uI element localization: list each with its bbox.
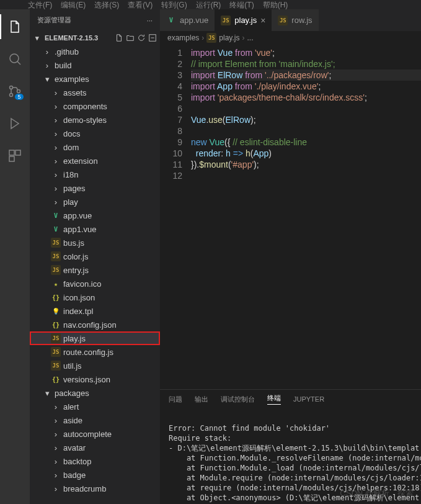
code-editor[interactable]: 123456789101112 import Vue from 'vue';//…	[160, 45, 421, 389]
menu-item[interactable]: 编辑(E)	[61, 0, 86, 9]
folder-item[interactable]: ›assets	[30, 86, 160, 99]
explorer-icon[interactable]	[0, 14, 30, 39]
folder-item[interactable]: ›docs	[30, 127, 160, 140]
refresh-icon[interactable]	[136, 33, 146, 43]
file-label: demo-styles	[63, 115, 107, 125]
file-item[interactable]: {}icon.json	[30, 290, 160, 304]
new-folder-icon[interactable]	[125, 33, 135, 43]
search-icon[interactable]	[0, 47, 30, 71]
file-label: badge	[63, 470, 86, 480]
breadcrumb-item[interactable]: examples	[167, 34, 199, 42]
panel-tab[interactable]: JUPYTER	[293, 395, 324, 403]
scm-icon[interactable]: 5	[0, 79, 30, 104]
file-label: icon.json	[63, 293, 95, 302]
chevron-right-icon: ›	[202, 34, 204, 42]
folder-item[interactable]: ›extension	[30, 154, 160, 168]
folder-item[interactable]: ›avatar	[30, 441, 160, 454]
svg-point-3	[17, 90, 20, 93]
run-icon[interactable]	[0, 111, 30, 136]
folder-item[interactable]: ›build	[30, 58, 160, 72]
file-item[interactable]: {}versions.json	[30, 372, 160, 386]
file-item[interactable]: JSentry.js	[30, 263, 160, 277]
sidebar-more-icon[interactable]: ···	[147, 17, 153, 24]
collapse-icon[interactable]	[148, 33, 157, 43]
sidebar-root[interactable]: ▾ ELEMENT-2.15.3	[30, 31, 160, 45]
chevron-right-icon: ›	[51, 197, 61, 207]
panel-tab[interactable]: 终端	[267, 394, 281, 405]
menu-item[interactable]: 查看(V)	[128, 0, 153, 9]
folder-item[interactable]: ›.github	[30, 45, 160, 58]
js-file-icon: JS	[51, 265, 61, 275]
file-label: backtop	[63, 457, 92, 466]
js-file-icon: JS	[51, 347, 61, 357]
editor-tab[interactable]: JSplay.js×	[215, 9, 272, 31]
chevron-down-icon: ▾	[42, 388, 52, 398]
file-label: index.tpl	[63, 307, 93, 316]
menu-item[interactable]: 帮助(H)	[263, 0, 288, 9]
extensions-icon[interactable]	[0, 143, 30, 168]
folder-item[interactable]: ▾examples	[30, 72, 160, 86]
chevron-right-icon: ›	[51, 115, 61, 125]
tab-label: play.js	[234, 16, 257, 25]
folder-item[interactable]: ›aside	[30, 413, 160, 427]
folder-item[interactable]: ›badge	[30, 468, 160, 482]
file-item[interactable]: JSutil.js	[30, 359, 160, 372]
file-item[interactable]: JSplay.js	[30, 331, 160, 345]
file-item[interactable]: JSroute.config.js	[30, 345, 160, 359]
root-label: ELEMENT-2.15.3	[45, 34, 98, 42]
folder-item[interactable]: ›backtop	[30, 454, 160, 468]
terminal-output[interactable]: Error: Cannot find module 'chokidar' Req…	[160, 408, 421, 504]
file-label: favicon.ico	[63, 279, 101, 289]
breadcrumb-item[interactable]: ...	[247, 34, 253, 42]
file-label: packages	[55, 389, 89, 398]
js-file-icon: JS	[278, 16, 288, 25]
js-file-icon: JS	[221, 16, 231, 25]
vue-file-icon: V	[51, 224, 61, 234]
breadcrumbs[interactable]: examples›JSplay.js›...	[160, 31, 421, 45]
chevron-right-icon: ›	[51, 429, 61, 439]
folder-item[interactable]: ›breadcrumb	[30, 482, 160, 495]
file-item[interactable]: ★favicon.ico	[30, 277, 160, 290]
file-label: avatar	[63, 443, 86, 452]
menu-item[interactable]: 运行(R)	[196, 0, 221, 9]
breadcrumb-item[interactable]: play.js	[219, 34, 239, 42]
js-file-icon: JS	[51, 251, 61, 261]
chevron-right-icon: ›	[51, 470, 61, 480]
panel-tab[interactable]: 调试控制台	[221, 395, 255, 404]
panel-tab[interactable]: 问题	[169, 395, 182, 404]
menu-item[interactable]: 选择(S)	[94, 0, 119, 9]
menu-item[interactable]: 终端(T)	[229, 0, 254, 9]
close-icon[interactable]: ×	[260, 16, 265, 25]
folder-item[interactable]: ›dom	[30, 140, 160, 154]
menu-item[interactable]: 转到(G)	[161, 0, 187, 9]
chevron-right-icon: ›	[51, 183, 61, 193]
file-item[interactable]: 💡index.tpl	[30, 304, 160, 318]
chevron-right-icon: ›	[42, 47, 52, 56]
editor-tab[interactable]: JSrow.js	[272, 9, 318, 31]
folder-item[interactable]: ›components	[30, 99, 160, 113]
file-label: app.vue	[63, 211, 92, 220]
file-item[interactable]: JScolor.js	[30, 250, 160, 263]
folder-item[interactable]: ›play	[30, 195, 160, 209]
folder-item[interactable]: ›demo-styles	[30, 113, 160, 127]
panel-tab[interactable]: 输出	[195, 395, 208, 404]
folder-item[interactable]: ›alert	[30, 400, 160, 413]
folder-item[interactable]: ▾packages	[30, 386, 160, 400]
file-label: aside	[63, 416, 82, 425]
file-item[interactable]: {}nav.config.json	[30, 318, 160, 331]
editor-tab[interactable]: Vapp.vue	[160, 9, 215, 31]
file-item[interactable]: JSbus.js	[30, 236, 160, 250]
tab-label: row.js	[291, 16, 312, 25]
file-item[interactable]: Vapp.vue	[30, 209, 160, 222]
file-label: autocomplete	[63, 430, 112, 439]
menu-item[interactable]: 文件(F)	[28, 0, 52, 9]
folder-item[interactable]: ›autocomplete	[30, 427, 160, 441]
bulb-file-icon: 💡	[51, 306, 61, 316]
file-item[interactable]: Vapp1.vue	[30, 222, 160, 236]
svg-rect-5	[16, 150, 20, 155]
new-file-icon[interactable]	[114, 33, 124, 43]
file-label: breadcrumb	[63, 484, 106, 493]
folder-item[interactable]: ›pages	[30, 181, 160, 195]
folder-item[interactable]: ›i18n	[30, 168, 160, 181]
js-file-icon: JS	[51, 333, 61, 343]
